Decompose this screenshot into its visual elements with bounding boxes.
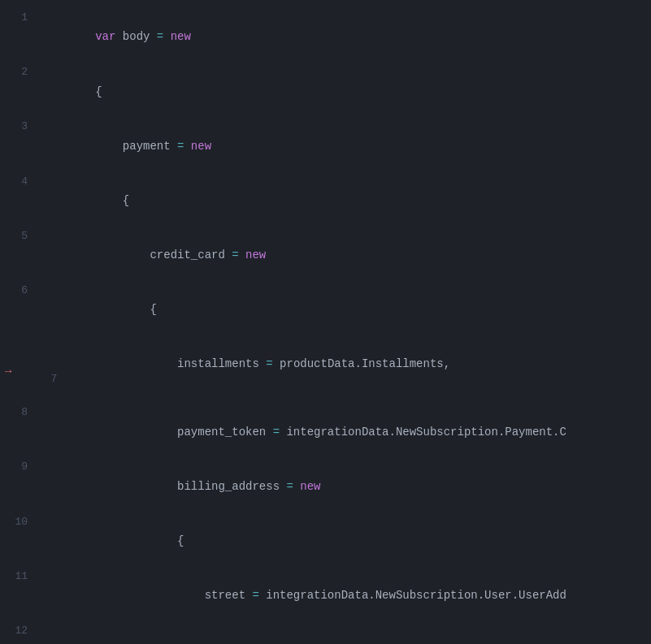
line-10: 10 { [0, 514, 651, 568]
line-12: 12 number = integrationData.NewSubscript… [0, 623, 651, 644]
line-9: 9 billing_address = new [0, 459, 651, 513]
line-1: 1 var body = new [0, 10, 651, 64]
line-7: → 7 installments = productData.Installme… [0, 337, 651, 404]
line-11: 11 street = integrationData.NewSubscript… [0, 568, 651, 623]
line-2: 2 { [0, 64, 651, 119]
arrow-indicator: → [5, 361, 11, 379]
keyword: var [95, 30, 115, 43]
line-5: 5 credit_card = new [0, 228, 651, 283]
line-6: 6 { [0, 283, 651, 337]
code-editor[interactable]: 1 var body = new 2 { 3 payment = new 4 { [0, 0, 651, 644]
line-3: 3 payment = new [0, 119, 651, 173]
line-4: 4 { [0, 174, 651, 228]
line-8: 8 payment_token = integrationData.NewSub… [0, 404, 651, 459]
